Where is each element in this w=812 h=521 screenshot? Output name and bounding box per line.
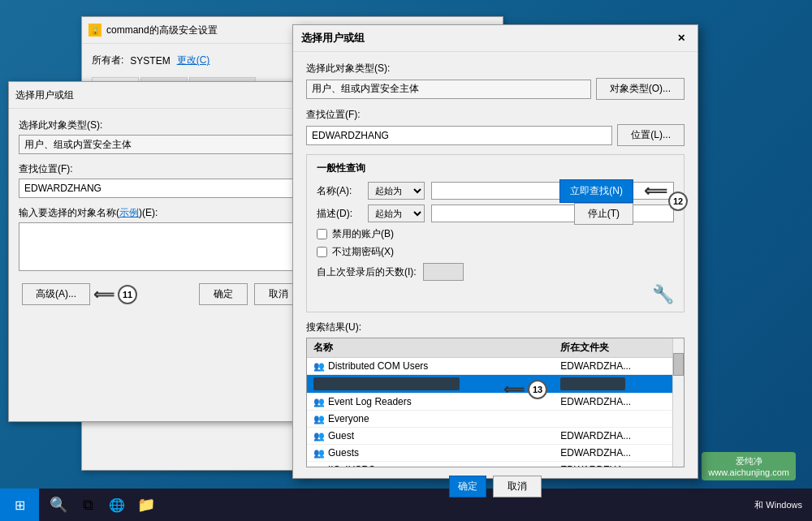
arrow-11-pointer: ⟸ [93,286,114,304]
result-row[interactable]: 👥IIS_IUSRSEDWARDZHА... [307,462,684,468]
arrow-12-pointer: ⟸ [644,181,667,200]
annotation-13: 13 [528,380,547,399]
owner-change-link[interactable]: 更改(C) [177,54,210,67]
desc-query-row: 描述(D): 起始为 停止(T) [317,205,674,222]
result-row[interactable] [307,375,684,394]
result-row[interactable]: 👥Distributed COM UsersEDWARDZHА... [307,358,684,375]
user-group-icon: 👥 [313,361,325,371]
watermark: 爱纯净 www.aichunjing.com [702,452,796,480]
user-group-icon: 👥 [313,465,325,467]
main-object-type-label: 选择此对象类型(S): [306,62,685,75]
blurred-folder [560,377,625,390]
desc-query-label: 描述(D): [317,207,361,221]
result-folder [554,411,684,428]
annotation-13-container: ⟸ 13 [503,380,547,399]
results-table: 名称 所在文件夹 👥Distributed COM UsersEDWARDZHА… [307,338,684,467]
small-dialog-titlebar: 选择用户或组 ✕ [9,82,316,109]
scrollbar[interactable] [672,338,684,467]
small-dialog-content: 选择此对象类型(S): 查找位置(F): 输入要选择的对象名称(示例)(E): … [9,109,316,315]
object-type-button[interactable]: 对象类型(O)... [596,78,685,100]
wrench-icon[interactable]: 🔧 [652,284,674,304]
small-dialog-buttons: 高级(A)... ⟸ 11 确定 取消 [19,283,306,305]
disabled-account-checkbox[interactable] [317,229,327,239]
ok-cancel-container: 确定 取消 [199,283,303,305]
no-expire-pwd-row: 不过期密码(X) [317,245,674,259]
folder-icon[interactable]: 📁 [133,492,159,518]
annotation-12: 12 [668,192,688,211]
main-location-input[interactable] [306,126,612,145]
search-taskbar-icon[interactable]: 🔍 [45,492,71,518]
name-query-row: 名称(A): 起始为 立即查找(N) ⟸ [317,182,674,200]
arrow-13-pointer: ⟸ [503,381,525,398]
main-cancel-button[interactable]: 取消 [493,476,542,497]
main-location-label: 查找位置(F): [306,108,685,122]
small-name-label: 输入要选择的对象名称(示例)(E): [19,206,306,220]
location-button[interactable]: 位置(L)... [617,124,685,146]
stop-button[interactable]: 停止(T) [574,203,633,225]
desc-query-input[interactable] [431,205,674,222]
taskbar-right: 和 Windows [745,499,812,511]
small-object-type-row: 选择此对象类型(S): [19,118,306,154]
main-dialog-titlebar: 选择用户或组 ✕ [293,25,698,52]
wrench-area: 🔧 [317,284,674,305]
start-button[interactable]: ⊞ [0,489,39,521]
example-link[interactable]: 示例 [119,207,139,218]
small-name-textarea[interactable] [19,222,306,271]
small-object-type-input [19,135,306,154]
user-group-icon: 👥 [313,414,325,424]
result-folder: EDWARDZHА... [554,394,684,411]
disabled-account-label: 禁用的账户(B) [332,227,394,241]
main-dialog-body: 选择此对象类型(S): 对象类型(O)... 查找位置(F): 位置(L)...… [293,52,698,507]
bg-window-title: command的高级安全设置 [106,24,218,37]
advanced-button[interactable]: 高级(A)... [22,283,90,305]
small-object-type-label: 选择此对象类型(S): [19,118,306,132]
results-col-name: 名称 [307,338,554,358]
name-starts-select[interactable]: 起始为 [368,182,425,200]
results-table-container[interactable]: 名称 所在文件夹 👥Distributed COM UsersEDWARDZHА… [306,338,685,467]
desc-starts-select[interactable]: 起始为 [368,205,425,222]
main-dialog-title: 选择用户或组 [301,31,365,45]
user-group-icon: 👥 [313,431,325,441]
result-row[interactable]: 👥GuestEDWARDZHА... [307,428,684,445]
result-name: 👥Everyone [307,411,554,428]
result-folder: EDWARDZHА... [554,358,684,375]
name-query-label: 名称(A): [317,184,361,198]
select-user-main-dialog: 选择用户或组 ✕ 选择此对象类型(S): 对象类型(O)... 查找位置(F):… [292,24,698,479]
result-folder: EDWARDZHА... [554,462,684,468]
task-view-icon[interactable]: ⧉ [75,492,101,518]
results-col-folder: 所在文件夹 [554,338,684,358]
owner-label: 所有者: [92,54,123,67]
search-now-button[interactable]: 立即查找(N) [559,179,633,203]
main-ok-button[interactable]: 确定 [449,476,486,497]
edge-icon[interactable]: 🌐 [104,492,130,518]
small-ok-button[interactable]: 确定 [199,283,248,305]
small-name-row: 输入要选择的对象名称(示例)(E): [19,206,306,273]
main-object-type-group: 对象类型(O)... [306,78,685,100]
main-object-type-row: 选择此对象类型(S): 对象类型(O)... [306,62,685,100]
days-input[interactable] [423,263,464,281]
result-row[interactable]: 👥GuestsEDWARDZHА... [307,445,684,462]
days-row: 自上次登录后的天数(I): [317,263,674,281]
user-group-icon: 👥 [313,397,325,407]
small-location-row: 查找位置(F): [19,162,306,198]
blurred-name [313,377,460,390]
name-query-input[interactable] [431,182,674,200]
small-location-input[interactable] [19,179,306,198]
no-expire-pwd-label: 不过期密码(X) [332,245,394,259]
main-dialog-close-button[interactable]: ✕ [673,30,689,46]
result-row[interactable]: 👥Event Log ReadersEDWARDZHА... [307,394,684,411]
scrollbar-thumb[interactable] [673,353,684,376]
no-expire-pwd-checkbox[interactable] [317,247,327,257]
results-label: 搜索结果(U): [306,321,685,334]
result-row[interactable]: 👥Everyone [307,411,684,428]
advanced-btn-container: 高级(A)... ⟸ 11 [22,283,137,305]
annotation-12-container: 12 [668,192,688,211]
user-group-icon: 👥 [313,448,325,458]
small-dialog-title: 选择用户或组 [15,88,74,102]
result-folder: EDWARDZHА... [554,445,684,462]
select-user-small-dialog: 选择用户或组 ✕ 选择此对象类型(S): 查找位置(F): 输入要选择的对象名称… [8,81,317,422]
watermark-line2: www.aichunjing.com [708,467,789,477]
main-location-group: 位置(L)... [306,124,685,146]
taskbar-icons: 🔍 ⧉ 🌐 📁 [39,492,166,518]
general-query-title: 一般性查询 [317,161,674,175]
